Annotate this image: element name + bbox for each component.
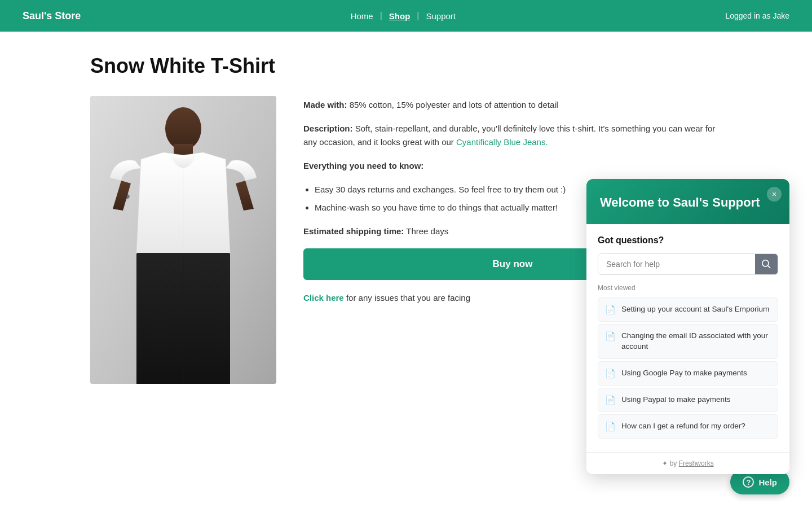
blue-jeans-link[interactable]: Cyantifically Blue Jeans. (456, 137, 548, 147)
navbar: Saul's Store Home | Shop | Support Logge… (0, 0, 812, 32)
most-viewed-label: Most viewed (598, 284, 778, 292)
page-title: Snow White T-Shirt (90, 54, 722, 78)
widget-inner: Got questions? Most viewed 📄 Setting up … (586, 224, 789, 406)
help-item-icon-0: 📄 (605, 305, 616, 315)
got-questions-label: Got questions? (598, 235, 778, 246)
click-here-link[interactable]: Click here (303, 293, 344, 303)
everything-label: Everything you need to know: (303, 159, 722, 173)
search-button[interactable] (755, 254, 778, 274)
help-item-text-2: Using Google Pay to make payments (621, 368, 747, 379)
made-with-text: Made with: 85% cotton, 15% polyester and… (303, 98, 722, 112)
product-image-svg (90, 96, 276, 384)
help-item-1[interactable]: 📄 Changing the email ID associated with … (598, 324, 778, 359)
help-item-icon-1: 📄 (605, 331, 616, 341)
nav-links: Home | Shop | Support (351, 11, 456, 21)
product-image (90, 96, 276, 384)
widget-title: Welcome to Saul's Support (600, 195, 776, 211)
shipping-label: Estimated shipping time: (303, 226, 404, 236)
store-brand: Saul's Store (23, 10, 81, 22)
help-item-icon-3: 📄 (605, 395, 616, 405)
search-input[interactable] (598, 254, 755, 274)
logged-in-user: Logged in as Jake (725, 11, 789, 20)
nav-sep-1: | (380, 11, 382, 21)
search-icon (762, 260, 771, 269)
help-item-0[interactable]: 📄 Setting up your account at Saul's Empo… (598, 297, 778, 322)
widget-close-button[interactable]: × (767, 187, 782, 202)
widget-header: Welcome to Saul's Support × (586, 179, 789, 225)
help-item-icon-2: 📄 (605, 369, 616, 379)
help-item-2[interactable]: 📄 Using Google Pay to make payments (598, 361, 778, 386)
help-item-text-0: Setting up your account at Saul's Empori… (621, 304, 769, 315)
description-text: Description: Soft, stain-repellant, and … (303, 122, 722, 149)
help-item-3[interactable]: 📄 Using Paypal to make payments (598, 388, 778, 406)
nav-support[interactable]: Support (426, 11, 456, 21)
made-with-label: Made with: (303, 100, 347, 110)
help-item-text-1: Changing the email ID associated with yo… (621, 331, 771, 352)
nav-home[interactable]: Home (351, 11, 373, 21)
support-widget: Welcome to Saul's Support × Got question… (586, 179, 789, 406)
widget-body: Got questions? Most viewed 📄 Setting up … (586, 224, 789, 406)
search-row (598, 253, 778, 275)
nav-sep-2: | (417, 11, 419, 21)
nav-shop[interactable]: Shop (389, 11, 411, 21)
description-label: Description: (303, 124, 353, 133)
svg-point-2 (165, 107, 201, 150)
help-items-list: 📄 Setting up your account at Saul's Empo… (598, 297, 778, 406)
help-item-text-3: Using Paypal to make payments (621, 395, 731, 405)
